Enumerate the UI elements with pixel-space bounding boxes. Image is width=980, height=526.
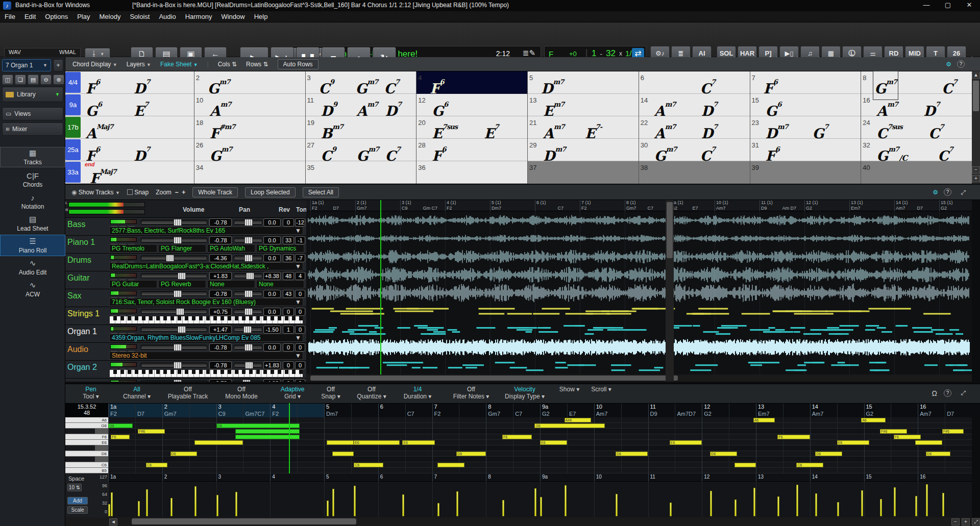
bar-cell[interactable]: G6E7: [83, 94, 194, 116]
midi-note[interactable]: E6: [540, 440, 567, 445]
pr-playable-track-menu[interactable]: OffPlayable Track: [162, 386, 213, 400]
patch-dropdown-icon[interactable]: ▼: [295, 227, 301, 234]
velocity-ruler-bar[interactable]: 5: [324, 473, 378, 482]
reverb-value[interactable]: 33: [283, 236, 294, 244]
volume-value[interactable]: -0.78: [209, 379, 232, 382]
midi-note[interactable]: G6: [108, 423, 133, 428]
midi-note[interactable]: F6: [894, 435, 921, 439]
chord-sheet[interactable]: 4/4F6D72Gm73C9Gm7C74F65Dm76C77F68Gm7C79a…: [65, 71, 972, 184]
midi-note[interactable]: E6: [354, 440, 400, 445]
tone-value[interactable]: 0: [295, 290, 305, 298]
pr-show-menu[interactable]: Show ▾: [555, 386, 583, 393]
menu-audio[interactable]: Audio: [154, 11, 180, 22]
plugin-slot[interactable]: None: [207, 280, 255, 288]
piano-key-d6[interactable]: D6: [65, 451, 108, 457]
bar-cell[interactable]: 39: [750, 161, 861, 184]
track-patch-label[interactable]: 4359:Organ, Rhythm BluesSlowFunkyLHComp …: [109, 334, 303, 342]
bar-cell[interactable]: 13Em7: [527, 94, 639, 116]
volume-slider[interactable]: [141, 273, 207, 278]
velocity-bar[interactable]: [437, 503, 439, 516]
velocity-ruler-bar[interactable]: 13: [756, 473, 810, 482]
track-row-audio[interactable]: AudioMS∿-0.780.000Stereo 32-bit▼: [65, 342, 306, 360]
section-marker[interactable]: 33a: [65, 162, 81, 183]
bar-cell[interactable]: 16Am7D7: [861, 94, 972, 116]
velocity-ruler-bar[interactable]: 10: [594, 473, 648, 482]
midi-note[interactable]: D6: [616, 452, 648, 456]
bar-cell[interactable]: 26Gm7: [194, 139, 305, 161]
piano-key-g6[interactable]: G6: [65, 423, 108, 429]
plugin-slot[interactable]: PG AutoWah: [207, 244, 255, 253]
velocity-ruler[interactable]: 1a23456789a10111213141516: [108, 473, 972, 482]
close-button[interactable]: ✕: [959, 0, 980, 11]
chordsheet-scrollbar[interactable]: ▲ − +: [972, 71, 980, 184]
sidebar-item-chords[interactable]: C|FChords: [0, 169, 65, 190]
track-name[interactable]: Guitar: [67, 273, 108, 283]
velocity-bar[interactable]: [456, 491, 458, 516]
velocity-bar[interactable]: [327, 500, 329, 516]
bottom-scroll-thumb[interactable]: [132, 518, 356, 524]
pr-ruler-cell[interactable]: C7: [405, 404, 432, 418]
pan-value[interactable]: 0.0: [263, 343, 281, 352]
volume-value[interactable]: -0.78: [209, 236, 232, 244]
bar-cell[interactable]: F6D7: [83, 71, 194, 94]
fake-sheet-menu[interactable]: Fake Sheet ▼: [160, 61, 198, 68]
bar-cell[interactable]: 22Am7D7: [639, 116, 750, 139]
bar-cell[interactable]: 32Gm7/CC7: [861, 139, 972, 161]
pan-value[interactable]: +8.38: [263, 272, 281, 280]
pan-slider[interactable]: [234, 220, 262, 224]
select-all-button[interactable]: Select All: [303, 187, 339, 197]
pr-ruler-cell[interactable]: C7: [513, 404, 540, 418]
pianoroll-grid[interactable]: G6F6F#6C6D6G6C6E6E6D6F6G6E6A#6D6E6D6A6F6…: [108, 417, 972, 473]
chordsheet-zoom-out[interactable]: −: [972, 166, 980, 173]
velocity-bar[interactable]: [216, 495, 218, 516]
views-button[interactable]: ▭Views: [2, 107, 63, 120]
pan-slider[interactable]: [234, 345, 262, 349]
track-name[interactable]: Bass: [67, 220, 108, 229]
velocity-ruler-bar[interactable]: 16: [918, 473, 972, 482]
midi-note[interactable]: D6: [815, 452, 842, 456]
reverb-value[interactable]: 0: [283, 308, 294, 316]
velocity-bar[interactable]: [194, 486, 197, 516]
zoom-out-icon[interactable]: ⊖: [40, 74, 52, 85]
pr-ruler-cell[interactable]: 3C9: [216, 404, 243, 418]
timeline-bar[interactable]: 2 (1)Gm7: [355, 200, 400, 211]
zoom-in-icon[interactable]: ⊕: [53, 74, 64, 85]
transpose-value[interactable]: +0: [569, 50, 577, 58]
velocity-ruler-bar[interactable]: 1a: [108, 473, 162, 482]
piano-key-fs6[interactable]: F#6: [65, 429, 108, 434]
tone-value[interactable]: -12: [295, 218, 305, 227]
patch-dropdown-icon[interactable]: ▼: [295, 352, 301, 359]
plugin-slot[interactable]: PG Guitar: [109, 280, 157, 288]
reverb-value[interactable]: 1: [283, 325, 294, 334]
midi-note[interactable]: F#6: [942, 429, 964, 434]
bar-cell[interactable]: 12G6: [416, 94, 527, 116]
piano-key-f6[interactable]: F6: [65, 434, 108, 440]
tracks-help-icon[interactable]: ?: [944, 188, 951, 196]
auto-rows-button[interactable]: Auto Rows: [278, 59, 318, 69]
volume-slider[interactable]: [141, 238, 207, 242]
bar-cell[interactable]: AMaj7: [83, 116, 194, 139]
scale-button[interactable]: Scale: [67, 506, 88, 514]
pr-ruler-cell[interactable]: [729, 404, 756, 418]
track-row-bass[interactable]: BassMS✱-0.780.00-122577:Bass, Electric, …: [65, 217, 306, 235]
volume-slider[interactable]: [141, 309, 207, 314]
pr-mono-mode-menu[interactable]: OffMono Mode: [218, 386, 264, 400]
scroll-left-arrow[interactable]: ◄: [109, 518, 117, 525]
zoom-controls[interactable]: Zoom − +: [156, 189, 185, 196]
bar-cell[interactable]: 5Dm7: [527, 71, 639, 94]
bar-cell[interactable]: 20E7susE7: [416, 116, 527, 139]
show-tracks-menu[interactable]: ◉ Show Tracks ▼: [71, 189, 120, 196]
pr-grid-menu[interactable]: AdaptiveGrid ▾: [275, 386, 310, 400]
pan-value[interactable]: 0.0: [263, 308, 281, 316]
timeline-bar[interactable]: 6 (1)C7: [535, 200, 580, 211]
volume-value[interactable]: +0.75: [209, 308, 232, 316]
pr-ruler-cell[interactable]: 8Gm7: [486, 404, 513, 418]
midi-note[interactable]: [327, 440, 354, 445]
tag-icon[interactable]: ❏: [15, 74, 26, 85]
pr-ruler-cell[interactable]: 16Am7: [918, 404, 945, 418]
section-marker[interactable]: 25a: [65, 139, 81, 160]
velocity-bar[interactable]: [670, 503, 672, 516]
pan-slider[interactable]: [234, 256, 262, 260]
split-view-icon[interactable]: ◫: [2, 74, 13, 85]
timeline-bar[interactable]: 7 (1)F2: [580, 200, 625, 211]
